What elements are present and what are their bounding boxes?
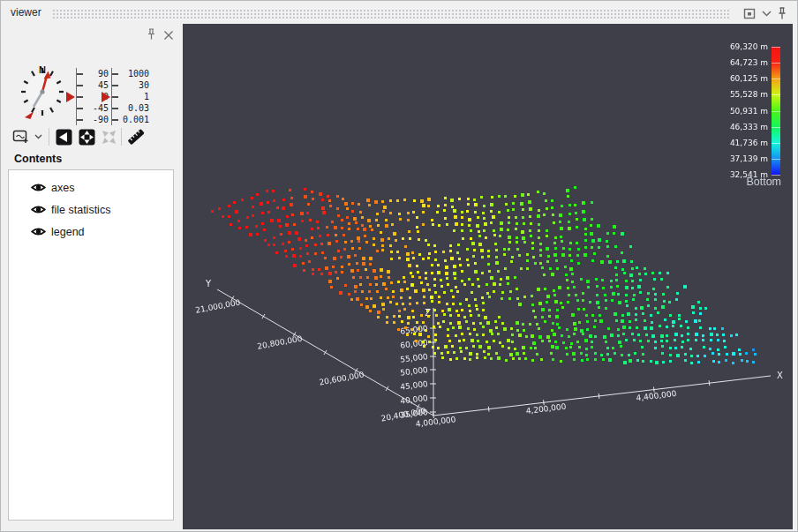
tools-panel: N 90450-45-90 10003010.030.001 [4,24,181,528]
legend-tickline [772,79,780,79]
scale-row: -45 [77,102,109,114]
contents-item-legend[interactable]: legend [9,221,173,243]
scale-tick [77,96,83,98]
scale-value: 0.03 [121,103,149,113]
contents-item-label: legend [51,226,85,238]
scale-value: -45 [86,103,109,113]
legend-tick-label: 50,931 m [715,107,768,116]
scale-row: 90 [77,68,109,79]
legend-tickline [772,94,780,95]
scale-row: 1 [112,91,149,102]
legend-tickline [772,127,780,128]
chevron-down-icon[interactable] [759,6,773,20]
legend-tickline [772,47,780,48]
measure-button[interactable] [126,127,146,146]
titlebar-drag-texture[interactable] [52,9,729,19]
toolbar-separator [121,128,122,146]
scale-tick [112,73,118,75]
scale-value: 90 [86,69,109,79]
panel-close-icon[interactable] [162,28,176,42]
scale-row: 30 [112,79,149,91]
scale-tick [112,119,118,121]
expand-view-button[interactable] [77,127,96,146]
eye-icon[interactable] [31,182,46,193]
zoom-pointer[interactable] [102,92,110,102]
add-view-button[interactable] [11,127,31,146]
viewport-3d: 69,320 m64,723 m60,125 m55,528 m50,931 m… [183,24,793,529]
scale-row: 0.03 [112,102,149,114]
legend-colorbar [772,47,780,175]
legend-tick-label: 41,736 m [715,139,768,147]
elevation-legend: 69,320 m64,723 m60,125 m55,528 m50,931 m… [687,24,793,218]
legend-tick-label: 55,528 m [715,90,768,99]
zoom-factor-scale: 10003010.030.001 [111,68,149,125]
pin-icon[interactable] [775,6,789,20]
scale-tick [112,108,118,109]
eye-icon[interactable] [31,204,46,215]
eye-icon[interactable] [31,226,46,237]
panel-titlebar[interactable]: viewer [2,2,796,24]
contents-header: Contents [14,153,62,165]
scale-value: 1 [121,92,149,101]
legend-tickline [772,159,780,160]
legend-title: Bottom [746,176,781,188]
scale-tick [77,85,83,86]
window-frame: viewer [0,0,798,532]
panel-title: viewer [11,6,41,19]
contents-item-label: axes [51,182,74,194]
scale-tick [77,73,83,75]
contents-item-axes[interactable]: axes [9,176,173,199]
scale-tick [112,85,118,86]
scale-tick [77,108,83,109]
contents-item-file-statistics[interactable]: file statistics [9,199,173,221]
legend-tick-label: 60,125 m [715,74,768,83]
scale-value: 1000 [121,69,149,79]
tilt-pointer[interactable] [66,92,75,102]
legend-tick-label: 37,139 m [715,154,768,163]
legend-tickline [772,143,780,144]
contents-tree: axesfile statisticslegend [8,169,174,521]
contents-item-label: file statistics [51,204,110,216]
scale-value: 0.001 [121,115,149,124]
scale-value: 45 [86,80,109,90]
zoom-to-extent-button[interactable] [54,127,73,146]
compass-north-label: N [39,64,46,75]
legend-tickline [772,111,780,112]
scale-tick [112,96,118,98]
legend-tickline [772,63,780,64]
legend-tick-label: 46,333 m [715,123,768,131]
float-window-icon[interactable] [742,6,757,20]
legend-tick-label: 64,723 m [715,58,768,67]
scale-row: 0.001 [112,114,149,125]
panel-pin-icon[interactable] [144,27,158,41]
toolbar-separator [49,128,49,146]
compass-dial[interactable]: N [13,59,72,123]
compass-rotate-handle [25,112,34,120]
scale-value: -90 [86,115,109,124]
collapse-view-button [99,127,118,146]
scale-tick [77,119,83,121]
scale-value: 30 [121,80,149,90]
viewer-toolbar [4,125,181,150]
scale-row: -90 [77,114,109,125]
legend-tick-label: 69,320 m [715,42,768,51]
scale-row: 1000 [112,68,149,79]
add-view-dropdown-icon[interactable] [33,127,43,146]
scale-row: 45 [77,79,109,91]
